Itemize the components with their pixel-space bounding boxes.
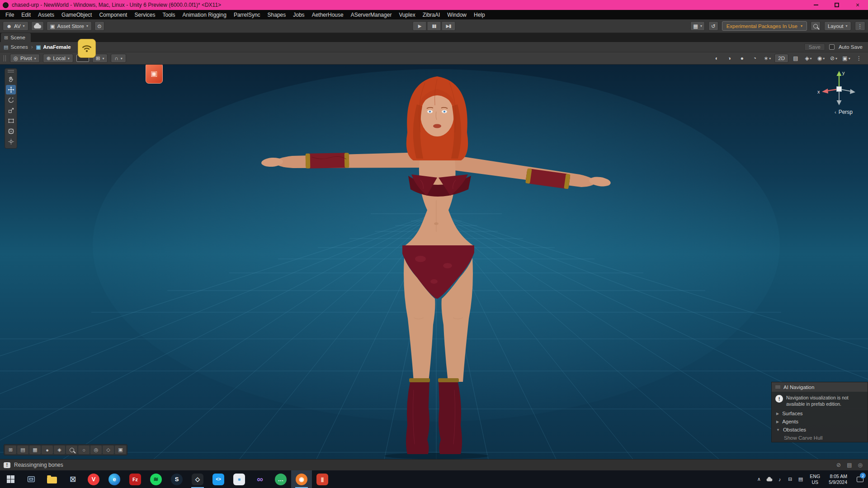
drag-handle-icon[interactable]: [8, 70, 14, 72]
search-button[interactable]: [811, 21, 821, 31]
save-button[interactable]: Save: [804, 43, 825, 51]
network-tray-button[interactable]: ⊟: [785, 470, 795, 488]
multi-window-dropdown[interactable]: ▦ ▾: [690, 21, 705, 31]
maximize-button[interactable]: [826, 0, 847, 10]
ai-nav-surfaces[interactable]: ▶ Surfaces: [772, 409, 868, 418]
menu-aetherhouse[interactable]: AetherHouse: [308, 10, 347, 19]
status-message-icon[interactable]: !: [4, 462, 10, 468]
hidden-objects-dropdown[interactable]: ⊘ ▾: [828, 54, 839, 63]
edge-button[interactable]: e: [104, 470, 125, 488]
menu-tools[interactable]: Tools: [159, 10, 179, 19]
view-tool-button[interactable]: [6, 75, 16, 84]
stats-toggle[interactable]: ▤: [790, 54, 801, 63]
play-button[interactable]: ▶: [413, 21, 427, 31]
menu-vuplex[interactable]: Vuplex: [395, 10, 419, 19]
onedrive-tray-button[interactable]: [764, 470, 774, 488]
toggle-2d-button[interactable]: 2D: [774, 54, 788, 63]
account-dropdown[interactable]: ☻ AV ▾: [3, 21, 28, 31]
blender-button[interactable]: ◉: [291, 470, 312, 488]
gizmos-dropdown[interactable]: ◈ ▾: [803, 54, 814, 63]
effects-dropdown[interactable]: ∗ ▾: [762, 54, 773, 63]
shading-sphere-icon[interactable]: ●: [42, 446, 53, 454]
menu-aservermanager[interactable]: AServerManager: [347, 10, 396, 19]
drag-handle-icon[interactable]: [4, 55, 6, 61]
menu-services[interactable]: Services: [131, 10, 159, 19]
steam-button[interactable]: S: [166, 470, 187, 488]
search-overlay-button[interactable]: [66, 446, 77, 454]
orientation-overlay-icon[interactable]: ◇: [103, 446, 114, 454]
snap-settings-icon[interactable]: ⊞: [5, 446, 16, 454]
signal-overlay-badge[interactable]: [78, 39, 96, 58]
menu-animation-rigging[interactable]: Animation Rigging: [179, 10, 230, 19]
red-cube-app-button[interactable]: ▮: [312, 470, 333, 488]
audio-toggle[interactable]: ◔: [749, 54, 760, 63]
breadcrumb-anafemale[interactable]: ▣ AnaFemale: [36, 44, 71, 50]
more-options-button[interactable]: ⋮: [855, 21, 866, 31]
projection-toggle[interactable]: ‹ Persp: [835, 109, 853, 115]
sync-status-icon[interactable]: ◎: [858, 462, 863, 468]
hidden-icons-button[interactable]: ∧: [754, 470, 764, 488]
move-overlay-icon[interactable]: ○: [78, 446, 90, 454]
experimental-packages-button[interactable]: Experimental Packages In Use ▾: [722, 21, 807, 31]
pivot-dropdown[interactable]: ◎ Pivot ▾: [10, 54, 40, 63]
messaging-button[interactable]: …: [270, 470, 291, 488]
spotify-button[interactable]: ≋: [146, 470, 166, 488]
menu-gameobject[interactable]: GameObject: [58, 10, 95, 19]
handle-space-dropdown[interactable]: ⊕ Local ▾: [43, 54, 73, 63]
ai-nav-obstacles[interactable]: ▼ Obstacles: [772, 426, 868, 434]
start-button[interactable]: [0, 470, 21, 488]
task-view-button[interactable]: [21, 470, 42, 488]
menu-edit[interactable]: Edit: [18, 10, 34, 19]
clock[interactable]: 8:05 AM 5/9/2024: [824, 474, 852, 485]
bell-muted-icon[interactable]: ⊘: [836, 462, 841, 468]
overlay-menu-icon[interactable]: ▤: [17, 446, 28, 454]
visual-studio-button[interactable]: ∞: [250, 470, 270, 488]
action-center-button[interactable]: 2: [852, 470, 868, 488]
scale-tool-button[interactable]: [6, 106, 16, 115]
console-icon[interactable]: ▤: [847, 462, 852, 468]
close-button[interactable]: ×: [847, 0, 868, 10]
minimize-button[interactable]: [806, 0, 826, 10]
photos-button[interactable]: ■: [229, 470, 250, 488]
autosave-checkbox[interactable]: [829, 44, 835, 50]
capture-overlay-icon[interactable]: ▣: [115, 446, 126, 454]
rect-tool-button[interactable]: [6, 116, 16, 126]
file-explorer-button[interactable]: [42, 470, 62, 488]
menu-shapes[interactable]: Shapes: [264, 10, 290, 19]
breadcrumb-scenes[interactable]: ▤ Scenes: [4, 44, 28, 50]
vivaldi-button[interactable]: V: [83, 470, 104, 488]
shaded-mode-toggle[interactable]: ◐: [711, 54, 722, 63]
step-button[interactable]: ▶▮: [442, 21, 456, 31]
overflow-menu-button[interactable]: ⋮: [854, 54, 864, 63]
filezilla-button[interactable]: Fz: [125, 470, 146, 488]
custom-tool-button[interactable]: [6, 137, 16, 146]
unity-editor-button[interactable]: ◇: [187, 470, 208, 488]
menu-jobs[interactable]: Jobs: [289, 10, 308, 19]
camera-settings-dropdown[interactable]: ▣ ▾: [841, 54, 852, 63]
snap-increment-dropdown[interactable]: ∩ ▾: [111, 54, 126, 63]
tab-scene[interactable]: ⊞ Scene: [1, 33, 31, 42]
menu-parrelsync[interactable]: ParrelSync: [230, 10, 264, 19]
volume-tray-button[interactable]: ♪: [774, 470, 785, 488]
dragged-asset-badge[interactable]: ▣: [146, 63, 163, 84]
menu-zibraai[interactable]: ZibraAI: [419, 10, 444, 19]
asset-store-dropdown[interactable]: ▣ Asset Store ▾: [47, 21, 92, 31]
pause-button[interactable]: ▮▮: [427, 21, 441, 31]
ai-navigation-header[interactable]: AI Navigation: [772, 382, 868, 392]
skybox-toggle[interactable]: ●: [736, 54, 747, 63]
keyboard-tray-button[interactable]: ▤: [795, 470, 806, 488]
cloud-button[interactable]: [31, 21, 44, 31]
menu-window[interactable]: Window: [443, 10, 470, 19]
language-indicator[interactable]: ENG US: [806, 474, 824, 485]
move-tool-button[interactable]: [6, 85, 16, 94]
rotate-tool-button[interactable]: [6, 95, 16, 105]
ai-nav-show-carve-hull[interactable]: Show Carve Hull: [772, 434, 868, 442]
grid-visibility-icon[interactable]: ▦: [29, 446, 41, 454]
orientation-gizmo[interactable]: y x: [816, 67, 859, 111]
vscode-button[interactable]: <>: [208, 470, 229, 488]
character-model[interactable]: [0, 65, 868, 459]
mail-button[interactable]: ⊠: [62, 470, 83, 488]
scene-viewport[interactable]: y x ‹ Persp AI Navigation ! Navigation v…: [0, 65, 868, 459]
menu-file[interactable]: File: [2, 10, 18, 19]
layout-dropdown[interactable]: Layout ▾: [824, 21, 851, 31]
